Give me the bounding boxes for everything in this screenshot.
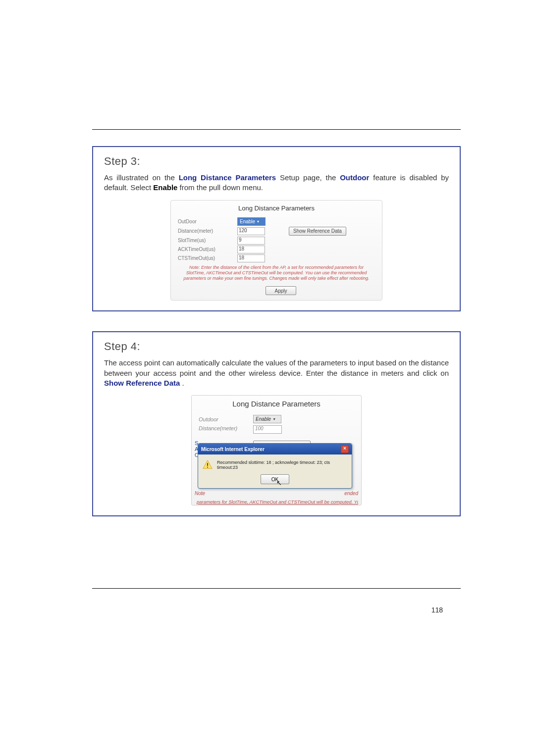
row2-outdoor: Outdoor Enable ▾ bbox=[195, 414, 358, 424]
panel-note: Note: Enter the distance of the client f… bbox=[175, 263, 378, 283]
step3-box: Step 3: As illustrated on the Long Dista… bbox=[92, 146, 461, 311]
top-rule bbox=[92, 129, 461, 130]
outdoor-select[interactable]: Enable ▾ bbox=[237, 217, 266, 226]
warning-icon bbox=[202, 459, 213, 470]
svg-rect-1 bbox=[207, 463, 208, 466]
page-number: 118 bbox=[431, 606, 443, 614]
row-outdoor: OutDoor Enable ▾ bbox=[175, 217, 378, 226]
step4-title: Step 4: bbox=[104, 340, 449, 353]
step3-text1: As illustrated on the bbox=[104, 173, 179, 182]
show-reference-data-button[interactable]: Show Reference Data bbox=[289, 227, 346, 236]
step3-bold3: Enable bbox=[153, 183, 177, 192]
step4-text1: The access point can automatically calcu… bbox=[104, 358, 449, 377]
row-acktimeout: ACKTimeOut(us) 18 bbox=[175, 245, 378, 254]
ctstimeout-input[interactable]: 18 bbox=[237, 254, 265, 262]
outdoor2-label: Outdoor bbox=[199, 416, 253, 422]
slottime-label: SlotTime(us) bbox=[178, 238, 237, 243]
step4-body: The access point can automatically calcu… bbox=[104, 358, 449, 388]
chevron-down-icon: ▾ bbox=[273, 417, 275, 421]
acktimeout-input[interactable]: 18 bbox=[237, 246, 265, 253]
outdoor-select-value: Enable bbox=[240, 219, 255, 224]
dialog-title-text: Microsoft Internet Explorer bbox=[201, 447, 265, 452]
ie-alert-dialog: Microsoft Internet Explorer × Recommende… bbox=[198, 443, 352, 489]
row-slottime: SlotTime(us) 9 bbox=[175, 236, 378, 245]
outdoor2-select[interactable]: Enable ▾ bbox=[253, 415, 281, 423]
distance-input[interactable]: 120 bbox=[237, 227, 265, 235]
outdoor2-value: Enable bbox=[256, 416, 271, 422]
acktimeout-label: ACKTimeOut(us) bbox=[178, 247, 237, 252]
ctstimeout-label: CTSTimeOut(us) bbox=[178, 255, 237, 261]
step3-body: As illustrated on the Long Distance Para… bbox=[104, 173, 449, 193]
bottom-rule bbox=[92, 588, 461, 589]
distance-label: Distance(meter) bbox=[178, 228, 237, 234]
chevron-down-icon: ▾ bbox=[257, 219, 259, 224]
note-left-fragment: Note bbox=[195, 491, 205, 496]
close-icon[interactable]: × bbox=[341, 445, 349, 453]
step3-text4: from the pull down menu. bbox=[180, 183, 263, 192]
dialog-body: Recommended slottime: 18 ; acknowlege ti… bbox=[198, 454, 352, 488]
step3-bold2: Outdoor bbox=[340, 173, 369, 182]
row-ctstimeout: CTSTimeOut(us) 18 bbox=[175, 254, 378, 263]
distance2-label: Distance(meter) bbox=[199, 425, 253, 431]
ldp-panel-step4: Long Distance Parameters Outdoor Enable … bbox=[191, 395, 362, 505]
dialog-titlebar: Microsoft Internet Explorer × bbox=[198, 444, 352, 454]
apply-button[interactable]: Apply bbox=[266, 286, 296, 295]
ldp-panel-title: Long Distance Parameters bbox=[175, 203, 378, 217]
svg-rect-2 bbox=[207, 467, 208, 468]
slottime-input[interactable]: 9 bbox=[237, 237, 265, 245]
cursor-icon: ↖ bbox=[276, 479, 282, 487]
step4-text2: . bbox=[182, 379, 184, 387]
row-distance: Distance(meter) 120 Show Reference Data bbox=[175, 226, 378, 236]
step3-title: Step 3: bbox=[104, 155, 449, 168]
note-right-fragment: ended bbox=[344, 491, 358, 496]
ldp-panel2-title: Long Distance Parameters bbox=[195, 398, 358, 414]
ok-button[interactable]: OK bbox=[261, 474, 289, 484]
outdoor-label: OutDoor bbox=[178, 219, 237, 224]
step3-text2: Setup page, the bbox=[280, 173, 340, 182]
ldp-panel-step3: Long Distance Parameters OutDoor Enable … bbox=[170, 200, 382, 301]
step4-box: Step 4: The access point can automatical… bbox=[92, 331, 461, 516]
footer-italic-text: parameters for SlotTime, AKCTimeOut and … bbox=[195, 499, 358, 505]
step4-bold1: Show Reference Data bbox=[104, 379, 180, 387]
distance2-input[interactable]: 100 bbox=[253, 425, 282, 434]
step3-bold1: Long Distance Parameters bbox=[179, 173, 276, 182]
dialog-message: Recommended slottime: 18 ; acknowlege ti… bbox=[217, 460, 348, 470]
